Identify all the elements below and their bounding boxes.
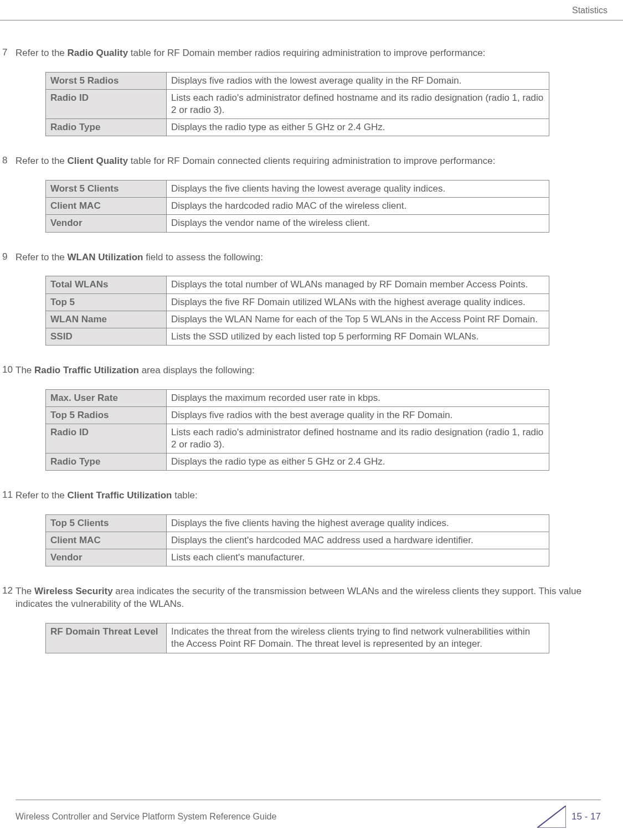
page-corner-icon — [537, 806, 566, 828]
item-number: 9 — [0, 251, 16, 272]
desc-cell: Displays the WLAN Name for each of the T… — [167, 311, 549, 328]
term-cell: Top 5 Radios — [46, 406, 167, 424]
item-text: Refer to the Client Quality table for RF… — [16, 155, 601, 168]
item-text: The Wireless Security area indicates the… — [16, 585, 601, 611]
table-row: Radio TypeDisplays the radio type as eit… — [46, 454, 549, 471]
desc-cell: Displays the total number of WLANs manag… — [167, 276, 549, 293]
term-cell: Top 5 — [46, 293, 167, 311]
desc-cell: Indicates the threat from the wireless c… — [167, 623, 549, 653]
definition-table: RF Domain Threat LevelIndicates the thre… — [45, 623, 549, 653]
list-item: 11 Refer to the Client Traffic Utilizati… — [0, 489, 601, 510]
desc-cell: Displays five radios with the lowest ave… — [167, 72, 549, 89]
term-cell: Top 5 Clients — [46, 515, 167, 532]
term-cell: Vendor — [46, 549, 167, 566]
desc-cell: Displays the radio type as either 5 GHz … — [167, 454, 549, 471]
table-row: VendorDisplays the vendor name of the wi… — [46, 215, 549, 232]
desc-cell: Lists each radio's administrator defined… — [167, 90, 549, 119]
page-mark: 15 - 17 — [537, 806, 601, 828]
list-item: 8 Refer to the Client Quality table for … — [0, 155, 601, 176]
page-header: Statistics — [0, 0, 623, 20]
table-row: Client MACDisplays the hardcoded radio M… — [46, 198, 549, 215]
desc-cell: Displays the client's hardcoded MAC addr… — [167, 532, 549, 549]
definition-table: Total WLANsDisplays the total number of … — [45, 276, 549, 345]
table-row: Client MACDisplays the client's hardcode… — [46, 532, 549, 549]
item-number: 10 — [0, 364, 16, 385]
page-footer: Wireless Controller and Service Platform… — [0, 800, 623, 828]
page-content: 7 Refer to the Radio Quality table for R… — [0, 20, 623, 653]
term-cell: Radio ID — [46, 90, 167, 119]
item-text: Refer to the Client Traffic Utilization … — [16, 489, 601, 502]
table-row: Worst 5 ClientsDisplays the five clients… — [46, 181, 549, 198]
item-number: 11 — [0, 489, 16, 510]
desc-cell: Displays the radio type as either 5 GHz … — [167, 119, 549, 136]
svg-line-0 — [537, 806, 566, 828]
list-item: 9 Refer to the WLAN Utilization field to… — [0, 251, 601, 272]
desc-cell: Displays five radios with the best avera… — [167, 406, 549, 424]
desc-cell: Displays the hardcoded radio MAC of the … — [167, 198, 549, 215]
desc-cell: Displays the five clients having the hig… — [167, 515, 549, 532]
term-cell: Worst 5 Clients — [46, 181, 167, 198]
desc-cell: Lists the SSD utilized by each listed to… — [167, 328, 549, 345]
item-text: Refer to the Radio Quality table for RF … — [16, 47, 601, 60]
desc-cell: Displays the five clients having the low… — [167, 181, 549, 198]
item-number: 7 — [0, 47, 16, 68]
table-row: Radio TypeDisplays the radio type as eit… — [46, 119, 549, 136]
term-cell: Client MAC — [46, 532, 167, 549]
term-cell: SSID — [46, 328, 167, 345]
table-row: Top 5Displays the five RF Domain utilize… — [46, 293, 549, 311]
table-row: Radio IDLists each radio's administrator… — [46, 90, 549, 119]
term-cell: Vendor — [46, 215, 167, 232]
term-cell: Max. User Rate — [46, 389, 167, 406]
list-item: 7 Refer to the Radio Quality table for R… — [0, 47, 601, 68]
footer-title: Wireless Controller and Service Platform… — [16, 812, 276, 822]
item-number: 8 — [0, 155, 16, 176]
definition-table: Worst 5 ClientsDisplays the five clients… — [45, 180, 549, 232]
list-item: 12 The Wireless Security area indicates … — [0, 585, 601, 619]
term-cell: RF Domain Threat Level — [46, 623, 167, 653]
table-row: Max. User RateDisplays the maximum recor… — [46, 389, 549, 406]
page-number: 15 - 17 — [571, 811, 601, 822]
footer-rule — [16, 800, 601, 800]
definition-table: Worst 5 RadiosDisplays five radios with … — [45, 72, 549, 136]
section-title: Statistics — [572, 6, 607, 15]
definition-table: Max. User RateDisplays the maximum recor… — [45, 389, 549, 471]
table-row: SSIDLists the SSD utilized by each liste… — [46, 328, 549, 345]
definition-table: Top 5 ClientsDisplays the five clients h… — [45, 514, 549, 566]
table-row: RF Domain Threat LevelIndicates the thre… — [46, 623, 549, 653]
table-row: VendorLists each client's manufacturer. — [46, 549, 549, 566]
term-cell: Client MAC — [46, 198, 167, 215]
desc-cell: Displays the vendor name of the wireless… — [167, 215, 549, 232]
table-row: Total WLANsDisplays the total number of … — [46, 276, 549, 293]
term-cell: Total WLANs — [46, 276, 167, 293]
term-cell: Radio Type — [46, 454, 167, 471]
desc-cell: Lists each client's manufacturer. — [167, 549, 549, 566]
table-row: Top 5 RadiosDisplays five radios with th… — [46, 406, 549, 424]
table-row: WLAN NameDisplays the WLAN Name for each… — [46, 311, 549, 328]
table-row: Worst 5 RadiosDisplays five radios with … — [46, 72, 549, 89]
term-cell: WLAN Name — [46, 311, 167, 328]
desc-cell: Displays the five RF Domain utilized WLA… — [167, 293, 549, 311]
term-cell: Radio ID — [46, 424, 167, 453]
term-cell: Radio Type — [46, 119, 167, 136]
table-row: Top 5 ClientsDisplays the five clients h… — [46, 515, 549, 532]
list-item: 10 The Radio Traffic Utilization area di… — [0, 364, 601, 385]
term-cell: Worst 5 Radios — [46, 72, 167, 89]
item-text: Refer to the WLAN Utilization field to a… — [16, 251, 601, 264]
table-row: Radio IDLists each radio's administrator… — [46, 424, 549, 453]
desc-cell: Displays the maximum recorded user rate … — [167, 389, 549, 406]
desc-cell: Lists each radio's administrator defined… — [167, 424, 549, 453]
item-number: 12 — [0, 585, 16, 619]
item-text: The Radio Traffic Utilization area displ… — [16, 364, 601, 377]
